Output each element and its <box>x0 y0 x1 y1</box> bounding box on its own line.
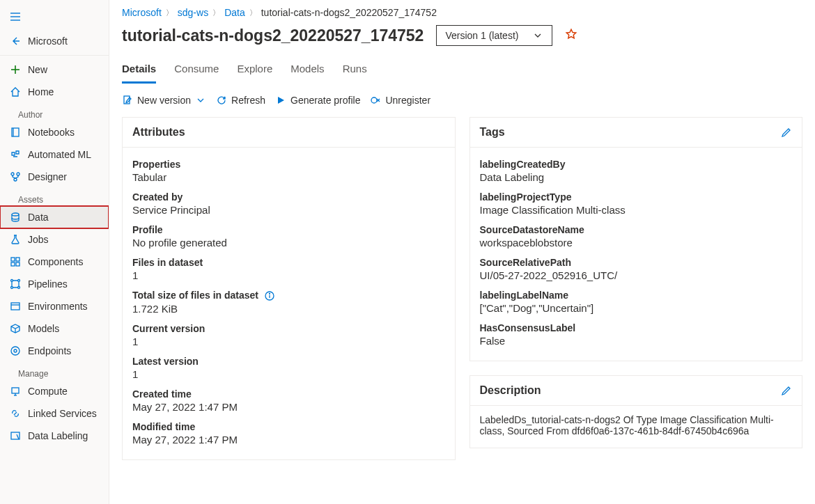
nav-label: Endpoints <box>28 345 71 356</box>
tag-value: workspaceblobstore <box>480 237 793 249</box>
version-dropdown[interactable]: Version 1 (latest) <box>436 25 552 46</box>
plus-icon <box>10 64 21 75</box>
nav-linked-services[interactable]: Linked Services <box>0 402 109 425</box>
svg-point-15 <box>11 280 13 282</box>
page-title: tutorial-cats-n-dogs2_20220527_174752 <box>122 26 424 45</box>
data-icon <box>10 212 21 223</box>
action-label: Unregister <box>385 95 430 106</box>
back-arrow-icon <box>10 36 21 47</box>
nav-pipelines[interactable]: Pipelines <box>0 273 109 295</box>
crumb-data[interactable]: Data <box>224 7 245 18</box>
card-title: Description <box>480 384 541 397</box>
nav-new[interactable]: New <box>0 58 109 81</box>
info-icon[interactable] <box>264 290 275 301</box>
compute-icon <box>10 386 21 397</box>
tags-card: Tags labelingCreatedByData Labeling labe… <box>469 117 803 361</box>
prop-value: 1 <box>132 368 445 380</box>
nav-label: Models <box>28 323 59 334</box>
action-label: Generate profile <box>290 95 360 106</box>
svg-point-18 <box>18 287 20 289</box>
prop-value: Service Principal <box>132 204 445 216</box>
edit-tags-button[interactable] <box>781 127 792 138</box>
tag-key: labelingLabelName <box>480 290 793 301</box>
tag-key: SourceRelativePath <box>480 257 793 268</box>
tag-value: False <box>480 335 793 347</box>
nav-label: Linked Services <box>28 408 97 419</box>
unregister-icon <box>370 95 381 106</box>
tab-consume[interactable]: Consume <box>174 58 219 84</box>
refresh-button[interactable]: Refresh <box>216 95 265 106</box>
unregister-button[interactable]: Unregister <box>370 95 430 106</box>
link-icon <box>10 408 21 419</box>
prop-label: Current version <box>132 323 445 334</box>
crumb-workspace[interactable]: sdg-ws <box>178 7 208 18</box>
card-title: Attributes <box>132 126 185 139</box>
sidebar: Microsoft New Home Author Notebooks <box>0 0 109 504</box>
nav-designer[interactable]: Designer <box>0 166 109 188</box>
prop-value: May 27, 2022 1:47 PM <box>132 401 445 413</box>
pipeline-icon <box>10 278 21 290</box>
nav-label: Home <box>28 86 54 97</box>
nav-data[interactable]: Data <box>0 206 109 228</box>
crumb-microsoft[interactable]: Microsoft <box>122 7 162 18</box>
prop-value: 1 <box>132 269 445 281</box>
nav-label: Environments <box>28 301 88 312</box>
prop-value: 1 <box>132 336 445 347</box>
nav-home[interactable]: Home <box>0 81 109 103</box>
nav-environments[interactable]: Environments <box>0 295 109 317</box>
new-version-button[interactable]: New version <box>122 95 206 106</box>
prop-label: Created by <box>132 191 445 203</box>
nav-label: Data <box>28 212 49 223</box>
hamburger-button[interactable] <box>0 6 109 30</box>
favorite-button[interactable] <box>565 28 577 44</box>
nav-label: Pipelines <box>28 278 68 290</box>
nav-endpoints[interactable]: Endpoints <box>0 340 109 362</box>
tag-value: ["Cat","Dog","Uncertain"] <box>480 302 793 314</box>
menu-icon <box>10 11 21 22</box>
designer-icon <box>10 171 21 182</box>
tab-models[interactable]: Models <box>290 58 324 84</box>
prop-label: Total size of files in dataset <box>132 290 445 301</box>
card-title: Tags <box>480 126 505 139</box>
prop-label: Created time <box>132 388 445 400</box>
prop-value: Tabular <box>132 171 445 183</box>
action-label: Refresh <box>231 95 265 106</box>
edit-description-button[interactable] <box>781 385 792 396</box>
nav-components[interactable]: Components <box>0 251 109 273</box>
nav-models[interactable]: Models <box>0 317 109 340</box>
play-icon <box>275 95 286 106</box>
tag-value: Image Classification Multi-class <box>480 204 793 216</box>
nav-label: Designer <box>28 171 67 182</box>
generate-profile-button[interactable]: Generate profile <box>275 95 360 106</box>
crumb-sep: 〉 <box>212 8 220 18</box>
svg-rect-19 <box>11 303 20 310</box>
back-label: Microsoft <box>28 36 68 47</box>
nav-jobs[interactable]: Jobs <box>0 228 109 251</box>
svg-rect-14 <box>16 262 20 266</box>
nav-label: Components <box>28 256 83 267</box>
nav-notebooks[interactable]: Notebooks <box>0 121 109 143</box>
prop-label: Modified time <box>132 421 445 432</box>
prop-value: 1.722 KiB <box>132 303 445 315</box>
chevron-down-icon <box>195 95 206 106</box>
nav-data-labeling[interactable]: Data Labeling <box>0 425 109 447</box>
section-assets: Assets <box>0 188 109 206</box>
nav-compute[interactable]: Compute <box>0 380 109 402</box>
tab-explore[interactable]: Explore <box>237 58 272 84</box>
section-manage: Manage <box>0 362 109 380</box>
prop-label: Files in dataset <box>132 257 445 268</box>
tab-runs[interactable]: Runs <box>343 58 367 84</box>
svg-rect-11 <box>11 258 15 261</box>
back-microsoft[interactable]: Microsoft <box>0 30 109 52</box>
nav-automated-ml[interactable]: Automated ML <box>0 143 109 166</box>
action-label: New version <box>137 95 191 106</box>
nav-label: Compute <box>28 386 68 397</box>
svg-point-7 <box>11 173 14 175</box>
svg-rect-12 <box>16 258 20 261</box>
tabs: Details Consume Explore Models Runs <box>109 52 815 84</box>
tab-details[interactable]: Details <box>122 58 156 84</box>
version-label: Version 1 (latest) <box>445 30 518 41</box>
tag-key: labelingCreatedBy <box>480 159 793 170</box>
components-icon <box>10 256 21 267</box>
svg-rect-13 <box>11 262 15 266</box>
